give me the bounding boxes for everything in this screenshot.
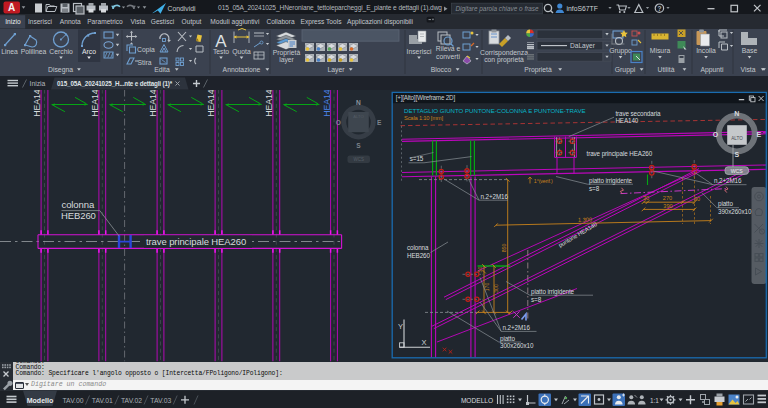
svg-text:Gruppo: Gruppo: [609, 47, 632, 55]
svg-text:Annota: Annota: [60, 18, 81, 25]
svg-text:layer: layer: [279, 56, 294, 64]
svg-text:con proprietà: con proprietà: [484, 56, 524, 64]
svg-text:Cerchio: Cerchio: [49, 48, 73, 55]
svg-text:015_05A_20241025_H...nte e det: 015_05A_20241025_H...nte e dettagli (1)*: [57, 80, 173, 88]
svg-text:Incolla: Incolla: [696, 47, 716, 54]
svg-text:?: ?: [657, 5, 661, 12]
svg-text:Gestisci: Gestisci: [151, 18, 175, 25]
svg-text:TAV.00: TAV.00: [62, 397, 83, 404]
svg-text:converti: converti: [436, 53, 460, 60]
svg-text:infoS67TF: infoS67TF: [567, 5, 598, 12]
svg-text:Rileva e: Rileva e: [436, 45, 461, 52]
svg-text:Parametrico: Parametrico: [87, 18, 123, 25]
svg-text:Appunti: Appunti: [700, 66, 724, 74]
svg-text:Copia: Copia: [137, 46, 155, 54]
svg-text:Inizia: Inizia: [30, 80, 46, 87]
svg-text:Inserisci: Inserisci: [407, 48, 432, 55]
svg-text:Base: Base: [742, 47, 758, 54]
svg-text:Moduli aggiuntivi: Moduli aggiuntivi: [210, 18, 260, 26]
svg-text:Condividi: Condividi: [168, 5, 196, 12]
svg-text:Vista: Vista: [741, 66, 756, 73]
svg-text:Edita: Edita: [154, 66, 170, 73]
svg-text:Inserisci: Inserisci: [28, 18, 53, 25]
svg-text:Applicazioni disponibili: Applicazioni disponibili: [347, 18, 414, 26]
svg-text:TAV.03: TAV.03: [150, 397, 171, 404]
svg-text:DaLayer: DaLayer: [570, 42, 596, 50]
svg-text:Utilità: Utilità: [658, 66, 675, 73]
svg-text:TAV.01: TAV.01: [92, 397, 113, 404]
svg-text:Digitare parola chiave o frase: Digitare parola chiave o frase: [456, 5, 540, 13]
svg-text:Annotazione: Annotazione: [223, 66, 261, 73]
svg-text:Vista: Vista: [131, 18, 146, 25]
svg-text:Blocco: Blocco: [431, 66, 452, 73]
svg-text:TAV.02: TAV.02: [121, 397, 142, 404]
svg-text:Modello: Modello: [27, 397, 53, 404]
svg-text:Express Tools: Express Tools: [301, 18, 343, 26]
svg-text:Stira: Stira: [138, 59, 152, 66]
svg-text:A: A: [8, 2, 15, 13]
svg-text:Polilinea: Polilinea: [21, 48, 47, 55]
svg-text:Gruppi: Gruppi: [615, 66, 636, 74]
svg-text:1:1: 1:1: [650, 397, 659, 404]
svg-text:Output: Output: [182, 18, 202, 26]
svg-text:015_05A_20241025_HNeroniane_te: 015_05A_20241025_HNeroniane_tettoieparch…: [218, 4, 442, 12]
svg-text:Proprietà: Proprietà: [524, 66, 552, 74]
svg-text:Arco: Arco: [82, 48, 96, 55]
svg-text:Testo: Testo: [213, 48, 229, 55]
svg-text:MODELLO: MODELLO: [461, 397, 493, 404]
svg-text:Disegna: Disegna: [48, 66, 73, 74]
svg-text:Misura: Misura: [650, 47, 671, 54]
svg-text:Inizio: Inizio: [5, 18, 21, 25]
svg-text:Quota: Quota: [232, 48, 251, 56]
svg-text:Linea: Linea: [1, 48, 18, 55]
svg-text:Collabora: Collabora: [266, 18, 295, 25]
svg-text:Layer: Layer: [327, 66, 345, 74]
